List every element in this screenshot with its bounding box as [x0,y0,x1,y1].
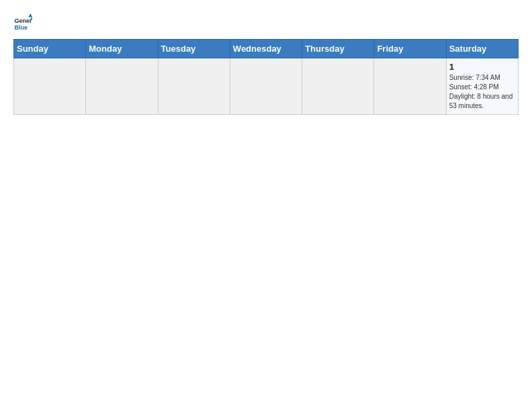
header-cell-saturday: Saturday [446,40,518,58]
empty-cell [230,58,302,115]
svg-text:General: General [14,17,32,24]
day-number: 1 [449,62,515,72]
header-cell-tuesday: Tuesday [158,40,230,58]
svg-text:Blue: Blue [14,24,28,31]
header-cell-sunday: Sunday [14,40,86,58]
empty-cell [86,58,158,115]
header-cell-thursday: Thursday [302,40,374,58]
empty-cell [374,58,446,115]
header-cell-monday: Monday [86,40,158,58]
day-cell-1: 1Sunrise: 7:34 AMSunset: 4:28 PMDaylight… [446,58,518,115]
empty-cell [158,58,230,115]
page-header: General Blue [13,13,519,32]
calendar-table: SundayMondayTuesdayWednesdayThursdayFrid… [13,39,519,115]
calendar-body: 1Sunrise: 7:34 AMSunset: 4:28 PMDaylight… [14,58,519,115]
header-row: SundayMondayTuesdayWednesdayThursdayFrid… [14,40,519,58]
empty-cell [14,58,86,115]
logo-icon: General Blue [13,13,32,32]
day-info: Sunrise: 7:34 AMSunset: 4:28 PMDaylight:… [449,74,513,109]
header-cell-friday: Friday [374,40,446,58]
logo: General Blue [13,13,32,32]
svg-marker-2 [28,13,32,17]
empty-cell [302,58,374,115]
calendar-week-0: 1Sunrise: 7:34 AMSunset: 4:28 PMDaylight… [14,58,519,115]
calendar-header: SundayMondayTuesdayWednesdayThursdayFrid… [14,40,519,58]
header-cell-wednesday: Wednesday [230,40,302,58]
